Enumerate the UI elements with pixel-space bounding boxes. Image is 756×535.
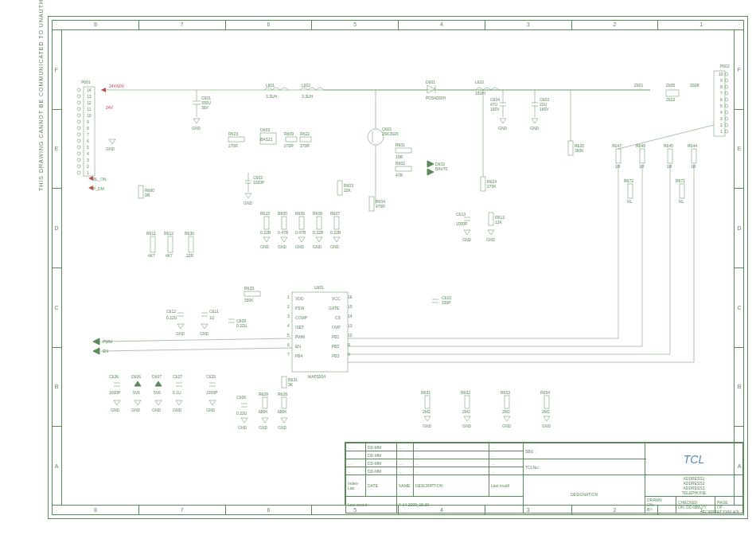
svg-text:R612: R612 [164, 231, 173, 236]
svg-text:36V: 36V [201, 105, 209, 110]
svg-text:GND: GND [423, 424, 432, 428]
svg-text:GND: GND [111, 408, 120, 412]
svg-text:GND: GND [238, 425, 247, 430]
svg-text:VCC: VCC [332, 296, 341, 301]
svg-point-328 [77, 152, 80, 155]
svg-marker-35 [500, 119, 506, 123]
svg-text:R652: R652 [461, 390, 470, 395]
svg-text:GND: GND [192, 126, 201, 131]
svg-marker-155 [88, 176, 93, 181]
res-r604: R604470R [369, 197, 385, 211]
svg-text:C612: C612 [166, 309, 176, 314]
svg-text:15: 15 [348, 304, 353, 309]
svg-text:2M2: 2M2 [542, 409, 550, 414]
svg-point-348 [725, 104, 728, 107]
svg-marker-156 [88, 185, 93, 190]
svg-rect-142 [628, 184, 633, 198]
inductor-l602: L6023.3UH [300, 83, 324, 99]
svg-rect-161 [150, 236, 155, 252]
res-r609: R609270R [284, 131, 297, 148]
svg-text:0.22U: 0.22U [236, 411, 247, 416]
svg-text:10: 10 [348, 333, 353, 338]
cap-c601: C601330U36V GND [192, 90, 211, 131]
svg-text:270R: 270R [228, 143, 238, 148]
svg-text:24V/60V: 24V/60V [109, 84, 125, 88]
svg-text:5: 5 [287, 333, 290, 338]
inductor-l601: L6013.3UH [264, 83, 288, 99]
svg-marker-251 [114, 400, 120, 405]
svg-text:C606: C606 [236, 395, 246, 400]
svg-marker-336 [109, 139, 115, 144]
svg-point-352 [725, 117, 728, 120]
svg-text:GND: GND [200, 331, 209, 336]
svg-point-340 [725, 79, 728, 82]
svg-text:1R: 1R [691, 164, 696, 169]
svg-text:GND: GND [486, 237, 496, 242]
res-r613: R61312K GND [486, 213, 505, 242]
svg-rect-91 [282, 217, 286, 229]
svg-text:R633: R633 [244, 286, 254, 291]
svg-marker-295 [544, 416, 550, 421]
svg-marker-290 [504, 416, 510, 421]
svg-text:R611: R611 [146, 231, 156, 236]
svg-point-332 [77, 165, 80, 168]
svg-text:0.22U: 0.22U [236, 323, 247, 328]
svg-text:R628: R628 [278, 392, 287, 396]
svg-text:0.22R: 0.22R [313, 230, 324, 235]
svg-point-318 [77, 120, 80, 123]
svg-marker-237 [155, 381, 162, 386]
svg-marker-259 [209, 400, 216, 405]
svg-text:R601: R601 [396, 143, 405, 147]
svg-text:GND: GND [176, 331, 185, 336]
res-r625: R625390K [568, 141, 584, 155]
svg-point-342 [725, 85, 728, 88]
svg-text:D607: D607 [152, 374, 162, 379]
sense-row: R6100.22R R6050.47R R6060.47R R6080.22R … [260, 211, 341, 249]
svg-text:U601: U601 [314, 285, 324, 290]
svg-point-312 [77, 101, 80, 104]
format-label: FORMAT DIN A3 [703, 510, 738, 514]
svg-point-46 [368, 129, 384, 145]
svg-text:5: 5 [720, 103, 723, 108]
svg-text:GND: GND [260, 244, 270, 249]
svg-point-322 [77, 133, 80, 136]
fb-res-row: R6512M2GND R6522M2GND R6532M2GND R6542M2… [421, 390, 551, 428]
svg-text:7: 7 [87, 132, 89, 137]
ruler-right: ABCDEF [734, 29, 744, 506]
svg-rect-130 [616, 149, 621, 163]
svg-text:5V6: 5V6 [133, 390, 140, 395]
svg-text:0.47R: 0.47R [278, 230, 289, 235]
svg-text:FB1: FB1 [332, 334, 339, 339]
svg-rect-97 [317, 217, 321, 229]
svg-text:COMP: COMP [295, 315, 308, 320]
svg-text:NL: NL [679, 199, 684, 204]
svg-text:6: 6 [720, 97, 723, 102]
svg-text:FB3: FB3 [332, 353, 339, 358]
svg-rect-282 [465, 396, 470, 408]
svg-text:0.22R: 0.22R [260, 230, 271, 235]
confidential-note: THIS DRAWING CANNOT BE COMMUNICATED TO U… [38, 0, 44, 191]
svg-point-324 [77, 139, 80, 143]
svg-text:GND: GND [295, 244, 305, 249]
title-block: ...DD-MM......... SBU : TCL ...DD-MM....… [345, 442, 744, 506]
svg-text:33UH: 33UH [475, 91, 485, 96]
svg-rect-61 [300, 137, 311, 142]
sheet-root: THIS DRAWING CANNOT BE COMMUNICATED TO U… [0, 0, 756, 535]
svg-text:D601: D601 [426, 80, 435, 84]
svg-rect-139 [692, 149, 696, 163]
svg-marker-104 [281, 237, 287, 242]
svg-marker-77 [427, 169, 434, 175]
svg-point-314 [77, 107, 80, 111]
svg-marker-234 [134, 381, 141, 386]
svg-text:PDS4200H: PDS4200H [426, 96, 446, 100]
svg-text:1: 1 [720, 129, 723, 134]
svg-text:1000P: 1000P [206, 390, 218, 395]
inductor-l610: L61033UH [475, 80, 499, 96]
svg-text:C627: C627 [173, 374, 182, 379]
svg-text:0R: 0R [145, 193, 150, 197]
svg-text:P_DM: P_DM [93, 186, 104, 191]
svg-rect-64 [396, 148, 411, 153]
svg-text:Z601: Z601 [634, 83, 644, 88]
res-r622: R622270R [300, 131, 311, 148]
svg-text:BAS21: BAS21 [260, 137, 273, 142]
